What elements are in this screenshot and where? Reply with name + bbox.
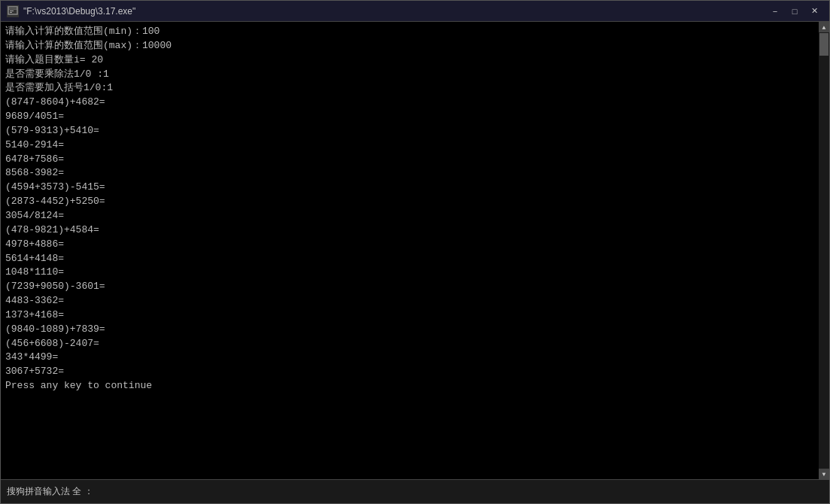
title-bar-controls: − □ ✕ xyxy=(766,5,823,18)
window-title: "F:\vs2013\Debug\3.17.exe" xyxy=(23,6,135,17)
scroll-down-arrow[interactable]: ▼ xyxy=(819,469,829,479)
taskbar-text: 搜狗拼音输入法 全 ： xyxy=(7,485,93,498)
scroll-up-arrow[interactable]: ▲ xyxy=(819,22,829,32)
scroll-track[interactable] xyxy=(819,32,829,469)
maximize-button[interactable]: □ xyxy=(786,5,804,18)
window-frame: "F:\vs2013\Debug\3.17.exe" − □ ✕ 请输入计算的数… xyxy=(0,0,830,504)
minimize-button[interactable]: − xyxy=(766,5,784,18)
console-area: 请输入计算的数值范围(min)：100 请输入计算的数值范围(max)：1000… xyxy=(1,22,829,479)
taskbar: 搜狗拼音输入法 全 ： xyxy=(1,479,829,503)
title-bar: "F:\vs2013\Debug\3.17.exe" − □ ✕ xyxy=(1,1,829,22)
console-output: 请输入计算的数值范围(min)：100 请输入计算的数值范围(max)：1000… xyxy=(5,25,825,393)
scroll-thumb[interactable] xyxy=(819,33,828,56)
app-icon xyxy=(7,5,19,17)
title-bar-left: "F:\vs2013\Debug\3.17.exe" xyxy=(7,5,135,17)
scrollbar[interactable]: ▲ ▼ xyxy=(819,22,829,479)
close-button[interactable]: ✕ xyxy=(805,5,823,18)
